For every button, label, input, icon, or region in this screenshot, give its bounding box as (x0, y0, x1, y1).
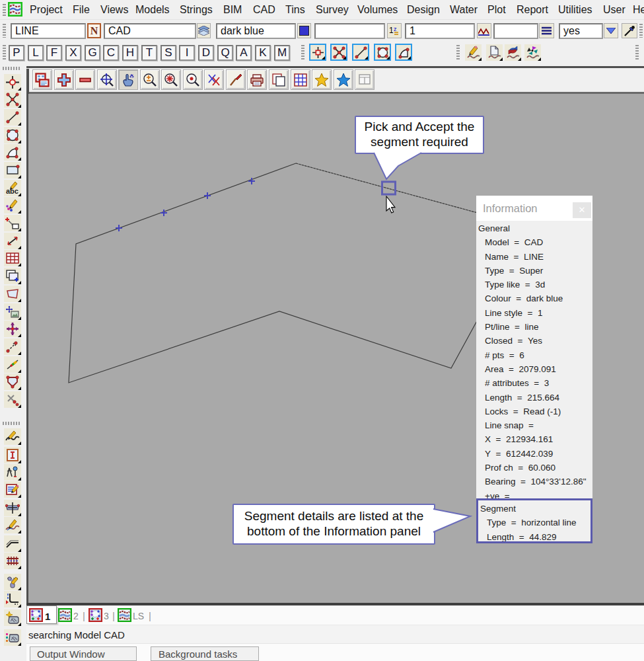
svg-text:1: 1 (389, 26, 394, 35)
svg-text:z: z (394, 26, 397, 32)
